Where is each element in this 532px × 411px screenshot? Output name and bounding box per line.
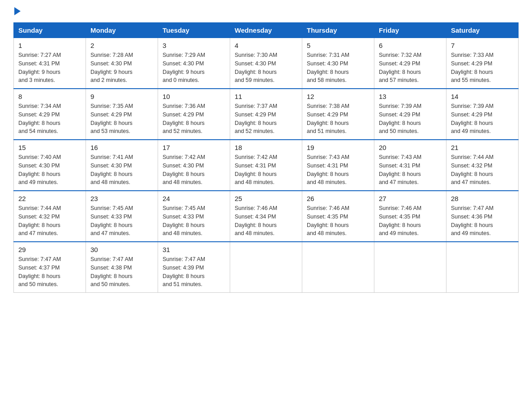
- day-number: 20: [379, 144, 442, 151]
- day-number: 14: [451, 93, 514, 100]
- day-number: 18: [235, 144, 297, 151]
- calendar-cell: 3Sunrise: 7:29 AMSunset: 4:30 PMDaylight…: [158, 38, 230, 89]
- day-number: 30: [90, 246, 153, 253]
- col-header-saturday: Saturday: [446, 23, 519, 38]
- day-info: Sunrise: 7:47 AMSunset: 4:39 PMDaylight:…: [163, 255, 225, 289]
- day-number: 6: [379, 42, 442, 49]
- calendar-cell: 14Sunrise: 7:39 AMSunset: 4:29 PMDayligh…: [446, 89, 519, 140]
- calendar-week-row: 22Sunrise: 7:44 AMSunset: 4:32 PMDayligh…: [14, 191, 519, 242]
- day-number: 13: [379, 93, 442, 100]
- day-info: Sunrise: 7:46 AMSunset: 4:35 PMDaylight:…: [379, 204, 442, 238]
- day-info: Sunrise: 7:31 AMSunset: 4:30 PMDaylight:…: [307, 51, 369, 85]
- calendar-cell: 20Sunrise: 7:43 AMSunset: 4:31 PMDayligh…: [374, 140, 446, 191]
- col-header-monday: Monday: [86, 23, 158, 38]
- calendar-cell: 16Sunrise: 7:41 AMSunset: 4:30 PMDayligh…: [86, 140, 158, 191]
- col-header-friday: Friday: [374, 23, 446, 38]
- calendar-cell: 5Sunrise: 7:31 AMSunset: 4:30 PMDaylight…: [302, 38, 374, 89]
- day-info: Sunrise: 7:38 AMSunset: 4:29 PMDaylight:…: [307, 102, 369, 136]
- calendar-cell: 30Sunrise: 7:47 AMSunset: 4:38 PMDayligh…: [86, 242, 158, 293]
- day-info: Sunrise: 7:47 AMSunset: 4:36 PMDaylight:…: [451, 204, 514, 238]
- calendar-cell: 7Sunrise: 7:33 AMSunset: 4:29 PMDaylight…: [446, 38, 519, 89]
- calendar-cell: 1Sunrise: 7:27 AMSunset: 4:31 PMDaylight…: [14, 38, 86, 89]
- day-info: Sunrise: 7:42 AMSunset: 4:31 PMDaylight:…: [235, 153, 297, 187]
- day-info: Sunrise: 7:46 AMSunset: 4:35 PMDaylight:…: [307, 204, 369, 238]
- calendar-cell: 4Sunrise: 7:30 AMSunset: 4:30 PMDaylight…: [230, 38, 302, 89]
- day-number: 4: [235, 42, 297, 49]
- day-info: Sunrise: 7:33 AMSunset: 4:29 PMDaylight:…: [451, 51, 514, 85]
- calendar-cell: [374, 242, 446, 293]
- day-number: 3: [163, 42, 225, 49]
- col-header-tuesday: Tuesday: [158, 23, 230, 38]
- day-number: 1: [18, 42, 81, 49]
- day-info: Sunrise: 7:30 AMSunset: 4:30 PMDaylight:…: [235, 51, 297, 85]
- day-info: Sunrise: 7:44 AMSunset: 4:32 PMDaylight:…: [451, 153, 514, 187]
- day-number: 11: [235, 93, 297, 100]
- day-number: 24: [163, 195, 225, 202]
- calendar-cell: 21Sunrise: 7:44 AMSunset: 4:32 PMDayligh…: [446, 140, 519, 191]
- calendar-cell: 12Sunrise: 7:38 AMSunset: 4:29 PMDayligh…: [302, 89, 374, 140]
- day-number: 10: [163, 93, 225, 100]
- day-info: Sunrise: 7:46 AMSunset: 4:34 PMDaylight:…: [235, 204, 297, 238]
- day-number: 16: [90, 144, 153, 151]
- day-number: 22: [18, 195, 81, 202]
- calendar-cell: 8Sunrise: 7:34 AMSunset: 4:29 PMDaylight…: [14, 89, 86, 140]
- day-info: Sunrise: 7:37 AMSunset: 4:29 PMDaylight:…: [235, 102, 297, 136]
- calendar-cell: 25Sunrise: 7:46 AMSunset: 4:34 PMDayligh…: [230, 191, 302, 242]
- calendar-cell: 9Sunrise: 7:35 AMSunset: 4:29 PMDaylight…: [86, 89, 158, 140]
- day-number: 29: [18, 246, 81, 253]
- day-number: 19: [307, 144, 369, 151]
- calendar-week-row: 29Sunrise: 7:47 AMSunset: 4:37 PMDayligh…: [14, 242, 519, 293]
- calendar-cell: 26Sunrise: 7:46 AMSunset: 4:35 PMDayligh…: [302, 191, 374, 242]
- calendar-cell: 29Sunrise: 7:47 AMSunset: 4:37 PMDayligh…: [14, 242, 86, 293]
- day-info: Sunrise: 7:34 AMSunset: 4:29 PMDaylight:…: [18, 102, 81, 136]
- calendar-cell: 27Sunrise: 7:46 AMSunset: 4:35 PMDayligh…: [374, 191, 446, 242]
- day-info: Sunrise: 7:45 AMSunset: 4:33 PMDaylight:…: [163, 204, 225, 238]
- calendar-cell: 13Sunrise: 7:39 AMSunset: 4:29 PMDayligh…: [374, 89, 446, 140]
- calendar-cell: 28Sunrise: 7:47 AMSunset: 4:36 PMDayligh…: [446, 191, 519, 242]
- calendar-week-row: 8Sunrise: 7:34 AMSunset: 4:29 PMDaylight…: [14, 89, 519, 140]
- calendar-week-row: 15Sunrise: 7:40 AMSunset: 4:30 PMDayligh…: [14, 140, 519, 191]
- day-info: Sunrise: 7:32 AMSunset: 4:29 PMDaylight:…: [379, 51, 442, 85]
- day-number: 23: [90, 195, 153, 202]
- day-info: Sunrise: 7:27 AMSunset: 4:31 PMDaylight:…: [18, 51, 81, 85]
- calendar-cell: 6Sunrise: 7:32 AMSunset: 4:29 PMDaylight…: [374, 38, 446, 89]
- calendar-cell: [230, 242, 302, 293]
- calendar-cell: 15Sunrise: 7:40 AMSunset: 4:30 PMDayligh…: [14, 140, 86, 191]
- day-number: 2: [90, 42, 153, 49]
- calendar-cell: 2Sunrise: 7:28 AMSunset: 4:30 PMDaylight…: [86, 38, 158, 89]
- calendar-cell: 10Sunrise: 7:36 AMSunset: 4:29 PMDayligh…: [158, 89, 230, 140]
- day-info: Sunrise: 7:45 AMSunset: 4:33 PMDaylight:…: [90, 204, 153, 238]
- calendar-week-row: 1Sunrise: 7:27 AMSunset: 4:31 PMDaylight…: [14, 38, 519, 89]
- calendar-cell: 11Sunrise: 7:37 AMSunset: 4:29 PMDayligh…: [230, 89, 302, 140]
- calendar-cell: 24Sunrise: 7:45 AMSunset: 4:33 PMDayligh…: [158, 191, 230, 242]
- calendar-table: SundayMondayTuesdayWednesdayThursdayFrid…: [13, 22, 519, 293]
- day-number: 8: [18, 93, 81, 100]
- calendar-cell: 19Sunrise: 7:43 AMSunset: 4:31 PMDayligh…: [302, 140, 374, 191]
- day-info: Sunrise: 7:40 AMSunset: 4:30 PMDaylight:…: [18, 153, 81, 187]
- day-number: 28: [451, 195, 514, 202]
- day-number: 31: [163, 246, 225, 253]
- day-info: Sunrise: 7:47 AMSunset: 4:37 PMDaylight:…: [18, 255, 81, 289]
- calendar-cell: [446, 242, 519, 293]
- day-info: Sunrise: 7:36 AMSunset: 4:29 PMDaylight:…: [163, 102, 225, 136]
- day-number: 25: [235, 195, 297, 202]
- calendar-cell: 31Sunrise: 7:47 AMSunset: 4:39 PMDayligh…: [158, 242, 230, 293]
- calendar-cell: 23Sunrise: 7:45 AMSunset: 4:33 PMDayligh…: [86, 191, 158, 242]
- day-info: Sunrise: 7:47 AMSunset: 4:38 PMDaylight:…: [90, 255, 153, 289]
- calendar-cell: 17Sunrise: 7:42 AMSunset: 4:30 PMDayligh…: [158, 140, 230, 191]
- col-header-wednesday: Wednesday: [230, 23, 302, 38]
- calendar-cell: 18Sunrise: 7:42 AMSunset: 4:31 PMDayligh…: [230, 140, 302, 191]
- logo: [13, 9, 21, 13]
- day-info: Sunrise: 7:43 AMSunset: 4:31 PMDaylight:…: [379, 153, 442, 187]
- day-number: 12: [307, 93, 369, 100]
- calendar-cell: [302, 242, 374, 293]
- col-header-thursday: Thursday: [302, 23, 374, 38]
- day-info: Sunrise: 7:29 AMSunset: 4:30 PMDaylight:…: [163, 51, 225, 85]
- page-header: [13, 9, 519, 13]
- day-number: 17: [163, 144, 225, 151]
- calendar-header-row: SundayMondayTuesdayWednesdayThursdayFrid…: [14, 23, 519, 38]
- calendar-cell: 22Sunrise: 7:44 AMSunset: 4:32 PMDayligh…: [14, 191, 86, 242]
- day-number: 21: [451, 144, 514, 151]
- day-number: 7: [451, 42, 514, 49]
- day-info: Sunrise: 7:41 AMSunset: 4:30 PMDaylight:…: [90, 153, 153, 187]
